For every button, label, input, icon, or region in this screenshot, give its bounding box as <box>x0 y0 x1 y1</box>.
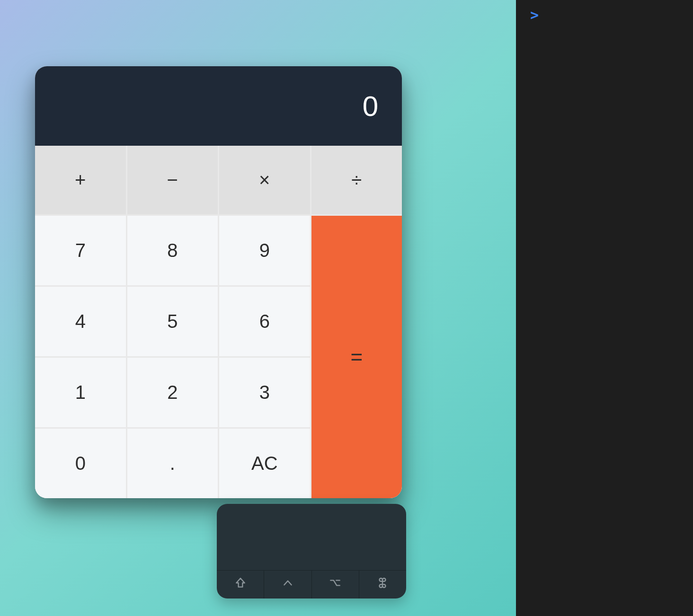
calculator-display: 0 <box>35 66 402 146</box>
shift-icon <box>234 577 247 592</box>
devtools-console-panel[interactable]: > <box>516 0 693 616</box>
equals-button[interactable]: = <box>311 216 402 498</box>
calculator-keypad: + − × ÷ 7 8 9 = 4 5 6 1 2 3 0 . AC <box>35 146 402 498</box>
digit-5-button[interactable]: 5 <box>127 287 218 356</box>
digit-6-button[interactable]: 6 <box>219 287 310 356</box>
option-icon <box>329 577 341 592</box>
multiply-button[interactable]: × <box>219 146 310 214</box>
digit-7-button[interactable]: 7 <box>35 216 126 285</box>
display-value: 0 <box>363 90 378 123</box>
subtract-button[interactable]: − <box>127 146 218 214</box>
osk-modifier-row <box>217 570 406 598</box>
console-prompt-icon: > <box>530 7 539 23</box>
digit-4-button[interactable]: 4 <box>35 287 126 356</box>
alt-key[interactable] <box>312 571 359 598</box>
digit-3-button[interactable]: 3 <box>219 358 310 427</box>
shift-key[interactable] <box>217 571 264 598</box>
add-button[interactable]: + <box>35 146 126 214</box>
digit-2-button[interactable]: 2 <box>127 358 218 427</box>
digit-9-button[interactable]: 9 <box>219 216 310 285</box>
digit-0-button[interactable]: 0 <box>35 429 126 498</box>
decimal-button[interactable]: . <box>127 429 218 498</box>
osk-body[interactable] <box>217 504 406 570</box>
cmd-key[interactable] <box>359 571 406 598</box>
all-clear-button[interactable]: AC <box>219 429 310 498</box>
ctrl-key[interactable] <box>264 571 311 598</box>
onscreen-keyboard-panel <box>217 504 406 598</box>
digit-8-button[interactable]: 8 <box>127 216 218 285</box>
chevron-up-icon <box>282 577 294 592</box>
command-icon <box>376 577 389 592</box>
calculator-window: 0 + − × ÷ 7 8 9 = 4 5 6 1 2 3 0 . AC <box>35 66 402 498</box>
divide-button[interactable]: ÷ <box>311 146 402 214</box>
digit-1-button[interactable]: 1 <box>35 358 126 427</box>
